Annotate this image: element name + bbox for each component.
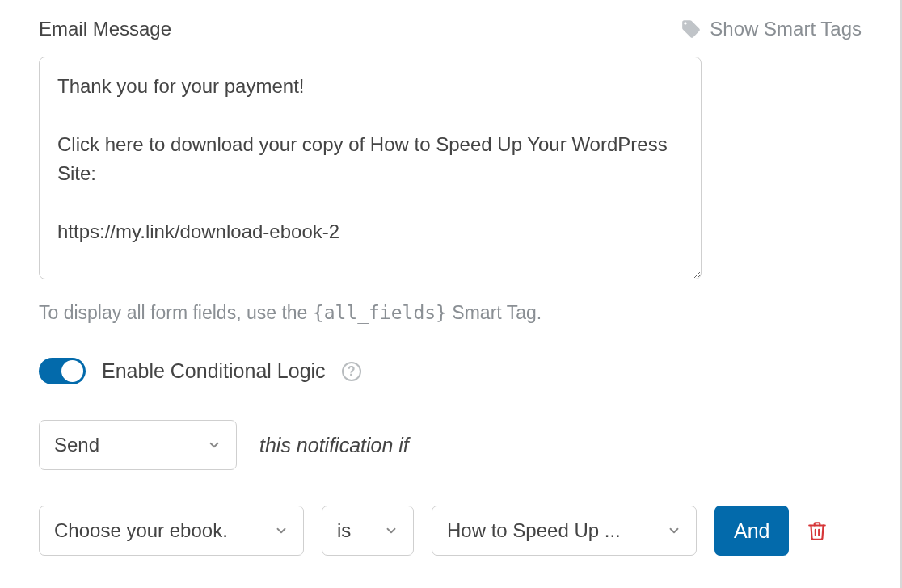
email-message-header: Email Message Show Smart Tags bbox=[39, 18, 862, 40]
help-icon[interactable]: ? bbox=[342, 362, 361, 381]
chevron-down-icon bbox=[667, 523, 681, 538]
conditional-logic-toggle-row: Enable Conditional Logic ? bbox=[39, 358, 862, 384]
condition-operator-value: is bbox=[337, 519, 351, 542]
condition-field-value: Choose your ebook. bbox=[54, 519, 228, 542]
logic-action-select[interactable]: Send bbox=[39, 420, 237, 470]
email-message-hint: To display all form fields, use the {all… bbox=[39, 302, 862, 324]
conditional-logic-label: Enable Conditional Logic bbox=[102, 359, 326, 383]
condition-value-text: How to Speed Up ... bbox=[447, 519, 621, 542]
show-smart-tags-text: Show Smart Tags bbox=[710, 18, 862, 40]
email-message-textarea[interactable] bbox=[39, 57, 702, 279]
chevron-down-icon bbox=[384, 523, 398, 538]
logic-action-value: Send bbox=[54, 434, 99, 456]
delete-condition-button[interactable] bbox=[807, 520, 828, 541]
condition-field-select[interactable]: Choose your ebook. bbox=[39, 506, 304, 556]
logic-action-suffix: this notification if bbox=[259, 434, 409, 457]
email-message-field-wrap bbox=[39, 57, 702, 284]
chevron-down-icon bbox=[274, 523, 289, 538]
condition-combinator-button[interactable]: And bbox=[714, 506, 789, 556]
condition-value-select[interactable]: How to Speed Up ... bbox=[432, 506, 697, 556]
tag-icon bbox=[681, 19, 702, 40]
condition-operator-select[interactable]: is bbox=[322, 506, 414, 556]
logic-action-row: Send this notification if bbox=[39, 420, 862, 470]
email-message-label: Email Message bbox=[39, 18, 171, 40]
show-smart-tags-link[interactable]: Show Smart Tags bbox=[681, 18, 862, 40]
conditional-logic-toggle[interactable] bbox=[39, 358, 86, 384]
condition-combinator-text: And bbox=[734, 519, 769, 543]
toggle-knob bbox=[61, 360, 83, 382]
logic-condition-row: Choose your ebook. is How to Speed Up ..… bbox=[39, 506, 862, 556]
chevron-down-icon bbox=[207, 438, 221, 452]
notification-settings-panel: Email Message Show Smart Tags To display… bbox=[0, 0, 902, 588]
